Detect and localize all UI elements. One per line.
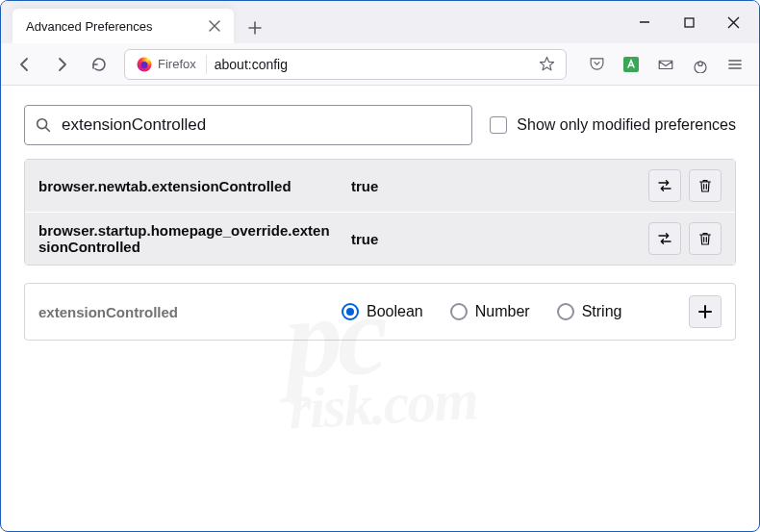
pocket-icon[interactable]	[580, 48, 613, 81]
toggle-button[interactable]	[648, 222, 681, 255]
account-icon[interactable]	[684, 48, 717, 81]
minimize-button[interactable]	[622, 1, 667, 43]
toggle-button[interactable]	[648, 169, 681, 202]
close-window-button[interactable]	[711, 1, 755, 43]
pref-search-input[interactable]	[62, 115, 462, 135]
radio-number[interactable]: Number	[450, 303, 530, 320]
pref-row: browser.startup.homepage_override.extens…	[25, 212, 735, 265]
delete-button[interactable]	[689, 222, 722, 255]
window-controls	[622, 1, 759, 43]
svg-point-4	[698, 62, 703, 66]
new-pref-name: extensionControlled	[38, 304, 342, 320]
about-config-content: pcrisk.com Show only modified preference…	[1, 86, 759, 531]
checkbox-icon	[490, 116, 507, 134]
tabs-region: Advanced Preferences	[1, 1, 622, 43]
pref-actions	[648, 169, 722, 202]
toolbar-actions	[576, 48, 751, 81]
pref-name: browser.startup.homepage_override.extens…	[38, 222, 342, 255]
radio-label: String	[582, 303, 622, 320]
back-button[interactable]	[9, 48, 41, 81]
checkbox-label: Show only modified preferences	[517, 116, 736, 134]
add-pref-table: extensionControlled Boolean Number Strin…	[24, 283, 736, 341]
svg-point-5	[38, 119, 47, 129]
radio-icon	[557, 303, 574, 320]
url-bar[interactable]: Firefox	[124, 49, 567, 80]
svg-rect-0	[685, 18, 694, 27]
forward-button[interactable]	[45, 48, 78, 81]
identity-label: Firefox	[158, 57, 196, 71]
pref-value: true	[351, 178, 639, 194]
new-tab-button[interactable]	[240, 13, 270, 43]
show-modified-checkbox[interactable]: Show only modified preferences	[490, 116, 736, 134]
radio-icon	[450, 303, 468, 320]
bookmark-star-icon[interactable]	[533, 51, 560, 78]
pref-search-box[interactable]	[24, 105, 472, 145]
pref-table: browser.newtab.extensionControlled true …	[24, 159, 736, 266]
titlebar: Advanced Preferences	[1, 1, 759, 43]
search-row: Show only modified preferences	[24, 105, 736, 145]
radio-icon	[342, 303, 359, 320]
reload-button[interactable]	[82, 48, 114, 81]
close-tab-icon[interactable]	[205, 16, 224, 36]
tab-advanced-preferences[interactable]: Advanced Preferences	[13, 9, 234, 43]
type-radio-group: Boolean Number String	[342, 303, 689, 320]
nav-toolbar: Firefox	[1, 43, 759, 86]
radio-label: Boolean	[367, 303, 423, 320]
menu-icon[interactable]	[719, 48, 751, 81]
identity-box[interactable]: Firefox	[131, 55, 207, 74]
firefox-icon	[137, 57, 152, 72]
pref-name: browser.newtab.extensionControlled	[38, 178, 342, 194]
add-pref-row: extensionControlled Boolean Number Strin…	[25, 284, 735, 340]
radio-label: Number	[475, 303, 530, 320]
url-input[interactable]	[215, 57, 533, 72]
pref-row: browser.newtab.extensionControlled true	[25, 160, 735, 212]
search-icon	[35, 116, 52, 134]
browser-window: Advanced Preferences	[0, 0, 760, 532]
tab-title: Advanced Preferences	[26, 19, 205, 34]
pref-value: true	[351, 231, 639, 247]
pref-actions	[648, 222, 722, 255]
add-button[interactable]	[689, 295, 722, 328]
extension-icon[interactable]	[615, 48, 647, 81]
radio-string[interactable]: String	[557, 303, 622, 320]
maximize-button[interactable]	[667, 1, 711, 43]
delete-button[interactable]	[689, 169, 722, 202]
svg-point-2	[141, 62, 148, 68]
inbox-icon[interactable]	[649, 48, 682, 81]
radio-boolean[interactable]: Boolean	[342, 303, 423, 320]
